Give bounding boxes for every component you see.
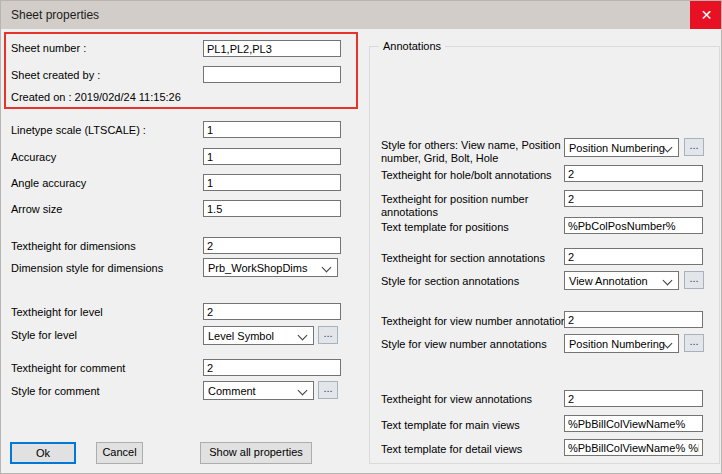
textheight-position-number-input[interactable]: [564, 190, 703, 207]
style-level-dropdown[interactable]: Level Symbol: [203, 326, 314, 345]
textheight-comment-label: Textheight for comment: [11, 362, 125, 374]
style-others-dropdown[interactable]: Position Numbering: [564, 138, 679, 157]
style-view-number-value: Position Numbering: [565, 335, 678, 350]
text-template-main-views-input[interactable]: [564, 415, 703, 432]
ltscale-label: Linetype scale (LTSCALE) :: [11, 124, 146, 136]
close-icon[interactable]: ✕: [690, 1, 722, 29]
style-others-browse-button[interactable]: ...: [684, 138, 704, 156]
angle-accuracy-input[interactable]: [203, 174, 341, 191]
dimension-style-label: Dimension style for dimensions: [11, 262, 163, 274]
sheet-number-input[interactable]: [203, 40, 341, 57]
style-section-dropdown[interactable]: View Annotation: [564, 271, 679, 290]
sheet-properties-dialog: Sheet properties ✕ Sheet number : Sheet …: [0, 0, 722, 474]
angle-accuracy-label: Angle accuracy: [11, 177, 86, 189]
style-comment-browse-button[interactable]: ...: [318, 381, 338, 399]
textheight-section-label: Textheight for section annotations: [381, 252, 545, 264]
textheight-dimensions-label: Textheight for dimensions: [11, 240, 136, 252]
title-bar[interactable]: Sheet properties ✕: [1, 1, 722, 29]
style-level-browse-button[interactable]: ...: [318, 326, 338, 344]
textheight-dimensions-input[interactable]: [203, 237, 341, 254]
arrow-size-label: Arrow size: [11, 203, 62, 215]
annotations-group-label: Annotations: [379, 40, 445, 52]
style-comment-label: Style for comment: [11, 385, 100, 397]
textheight-view-number-input[interactable]: [564, 311, 703, 328]
textheight-hole-bolt-label: Textheight for hole/bolt annotations: [381, 169, 552, 181]
text-template-detail-views-input[interactable]: [564, 439, 703, 456]
dimension-style-dropdown[interactable]: Prb_WorkShopDims: [203, 258, 338, 277]
style-section-label: Style for section annotations: [381, 275, 519, 287]
style-view-number-label: Style for view number annotations: [381, 338, 547, 350]
textheight-level-label: Textheight for level: [11, 306, 103, 318]
textheight-position-number-label: Textheight for position number annotatio…: [381, 193, 563, 219]
style-others-label: Style for others: View name, Position nu…: [381, 139, 563, 165]
style-section-browse-button[interactable]: ...: [684, 271, 704, 289]
style-others-value: Position Numbering: [565, 139, 678, 154]
style-view-number-dropdown[interactable]: Position Numbering: [564, 334, 679, 353]
sheet-number-label: Sheet number :: [11, 42, 86, 54]
show-all-properties-button[interactable]: Show all properties: [200, 442, 312, 464]
text-template-detail-views-label: Text template for detail views: [381, 443, 522, 455]
text-template-positions-label: Text template for positions: [381, 221, 509, 233]
cancel-button[interactable]: Cancel: [96, 442, 143, 464]
textheight-view-label: Textheight for view annotations: [381, 393, 532, 405]
textheight-section-input[interactable]: [564, 248, 703, 265]
textheight-hole-bolt-input[interactable]: [564, 165, 703, 182]
accuracy-label: Accuracy: [11, 151, 56, 163]
sheet-created-by-label: Sheet created by :: [11, 69, 100, 81]
text-template-positions-input[interactable]: [564, 217, 703, 234]
textheight-view-input[interactable]: [564, 390, 703, 407]
style-comment-dropdown[interactable]: Comment: [203, 381, 314, 400]
dialog-title: Sheet properties: [11, 8, 99, 22]
arrow-size-input[interactable]: [203, 200, 341, 217]
textheight-comment-input[interactable]: [203, 359, 341, 376]
style-level-label: Style for level: [11, 329, 77, 341]
ok-button[interactable]: Ok: [10, 442, 76, 464]
textheight-view-number-label: Textheight for view number annotations: [381, 315, 572, 327]
textheight-level-input[interactable]: [203, 303, 341, 320]
ltscale-input[interactable]: [203, 121, 341, 138]
sheet-created-by-input[interactable]: [203, 66, 341, 83]
accuracy-input[interactable]: [203, 148, 341, 165]
dimension-style-value: Prb_WorkShopDims: [204, 259, 337, 274]
text-template-main-views-label: Text template for main views: [381, 419, 520, 431]
created-on-text: Created on : 2019/02d/24 11:15:26: [11, 91, 181, 103]
style-view-number-browse-button[interactable]: ...: [684, 334, 704, 352]
style-section-value: View Annotation: [565, 272, 678, 287]
